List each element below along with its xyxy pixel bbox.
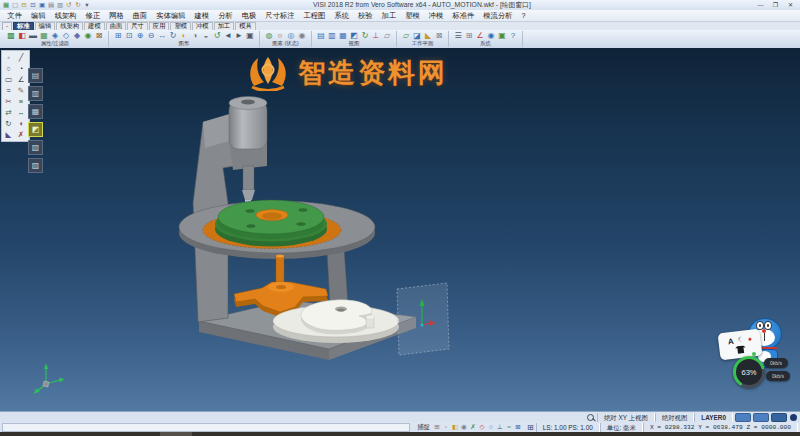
net-speed-pill-1[interactable]: 0kb/s [764,358,788,368]
redo-icon[interactable]: ↻ [74,1,82,9]
trim-icon[interactable]: ✂ [3,96,14,107]
maximize-button[interactable]: ❐ [768,1,783,10]
plot-icon[interactable]: ▥ [56,1,64,9]
coord-mode-indicator[interactable]: 绝对 XY 上视图 [597,413,655,422]
polyline-icon[interactable]: ∠ [16,74,27,85]
visibility-icon[interactable]: ◉ [83,31,93,41]
strip-view-iso-icon[interactable]: ◩ [28,122,43,137]
view-top-icon[interactable]: ▤ [316,31,326,41]
net-speed-pill-2[interactable]: 0kb/s [766,371,790,381]
pan-icon[interactable]: ↔ [157,31,167,41]
snap-free-icon[interactable]: ⊠ [514,423,522,431]
strip-view-front-icon[interactable]: ▥ [28,86,43,101]
workplane-reset-icon[interactable]: ⊠ [434,31,444,41]
view-front-icon[interactable]: ▥ [327,31,337,41]
snap-quad-icon[interactable]: ◇ [478,423,486,431]
dynamic-rotate-icon[interactable]: ↻ [360,31,370,41]
menu-item[interactable]: 编辑 [27,11,51,21]
menu-item[interactable]: 标准件 [448,11,479,21]
mask-icon[interactable]: ◆ [72,31,82,41]
line-type-icon[interactable]: ▬ [28,31,38,41]
menu-item[interactable]: 塑模 [401,11,425,21]
attributes-icon[interactable]: ▩ [6,31,16,41]
redraw-icon[interactable]: ↺ [212,31,222,41]
point-icon[interactable]: ◦ [3,52,14,63]
menu-item[interactable]: 文件 [3,11,27,21]
zoom-fit-icon[interactable]: ⊞ [113,31,123,41]
strip-view-side-icon[interactable]: ▦ [28,104,43,119]
overlay-card[interactable]: A ☾ [718,329,763,361]
menu-item[interactable]: 尺寸标注 [261,11,299,21]
snap-grid-icon[interactable]: ⊞ [433,423,441,431]
rectangle-icon[interactable]: ▭ [3,74,14,85]
strip-shaded-icon[interactable]: ▧ [28,140,43,155]
next-view-icon[interactable]: ► [234,31,244,41]
grid-toggle-icon[interactable]: ▦ [2,1,10,9]
previous-view-icon[interactable]: ◄ [223,31,233,41]
open-file-icon[interactable]: ⊟ [20,1,28,9]
menu-item[interactable]: ? [517,11,530,21]
new-file-icon[interactable]: ▢ [11,1,19,9]
command-prompt-field[interactable] [2,423,410,432]
snap-point-icon[interactable]: ◦ [442,423,450,431]
calculator-icon[interactable]: ⊞ [464,31,474,41]
save-all-icon[interactable]: ▣ [38,1,46,9]
menu-item[interactable]: 电极 [237,11,261,21]
status-blue-button-2[interactable] [753,413,769,422]
hidden-line-icon[interactable]: ◒ [201,31,211,41]
status-blue-button-3[interactable] [771,413,787,422]
snap-center-icon[interactable]: ◉ [460,423,468,431]
database-icon[interactable]: ▣ [497,31,507,41]
rotate-view-icon[interactable]: ↻ [168,31,178,41]
strip-wireframe-icon[interactable]: ▨ [28,158,43,173]
move-icon[interactable]: ↔ [16,107,27,118]
offset-icon[interactable]: ≡ [16,96,27,107]
menu-item[interactable]: 线架构 [50,11,81,21]
snap-intersect-icon[interactable]: ✗ [469,423,477,431]
lock-filter-icon[interactable]: ⊠ [94,31,104,41]
close-button[interactable]: ✕ [783,1,798,10]
menu-item[interactable]: 修正 [81,11,105,21]
menu-item[interactable]: 建模 [190,11,214,21]
snap-near-icon[interactable]: ≈ [505,423,513,431]
menu-item[interactable]: 冲模 [424,11,448,21]
view-mode-indicator[interactable]: 绝对视图 [655,413,695,422]
snap-tangent-icon[interactable]: ○ [487,423,495,431]
menu-item[interactable]: 曲面 [128,11,152,21]
view-right-icon[interactable]: ▦ [338,31,348,41]
chamfer-icon[interactable]: ◣ [3,129,14,140]
minimize-button[interactable]: — [753,1,768,10]
units-indicator[interactable]: 单位: 毫米 [600,423,643,432]
view-plane-icon[interactable]: ▱ [382,31,392,41]
spline-icon[interactable]: ≈ [3,85,14,96]
delete-icon[interactable]: ✗ [16,129,27,140]
system-help-icon[interactable]: ? [508,31,518,41]
rotate-icon[interactable]: ↻ [3,118,14,129]
menu-item[interactable]: 系统 [330,11,354,21]
undo-icon[interactable]: ↺ [65,1,73,9]
status-circle-icon[interactable] [790,414,797,421]
wireframe-mode-icon[interactable]: ◑ [190,31,200,41]
line-icon[interactable]: ╱ [16,52,27,63]
menu-item[interactable]: 校验 [354,11,378,21]
workplane-xy-icon[interactable]: ▱ [401,31,411,41]
snap-mid-icon[interactable]: ◧ [451,423,459,431]
grid-snap-icon[interactable]: ⊞ [527,423,534,432]
color-picker-icon[interactable]: ◧ [17,31,27,41]
status-blue-button-1[interactable] [735,413,751,422]
view-normal-icon[interactable]: ⊥ [371,31,381,41]
zoom-window-icon[interactable]: ⊡ [124,31,134,41]
arc-icon[interactable]: ◔ [16,63,27,74]
snap-perp-icon[interactable]: ⊥ [496,423,504,431]
fillet-icon[interactable]: ◖ [16,118,27,129]
menu-item[interactable]: 网格 [105,11,129,21]
print-icon[interactable]: ▤ [47,1,55,9]
active-layer-indicator[interactable]: LAYER0 [694,413,733,422]
menu-item[interactable]: 加工 [377,11,401,21]
menu-item[interactable]: 分析 [214,11,238,21]
zoom-out-icon[interactable]: ⊖ [146,31,156,41]
circle-icon[interactable]: ○ [3,63,14,74]
strip-view-top-icon[interactable]: ▤ [28,68,43,83]
menu-item[interactable]: 实体编辑 [152,11,190,21]
menu-item[interactable]: 工程图 [299,11,330,21]
